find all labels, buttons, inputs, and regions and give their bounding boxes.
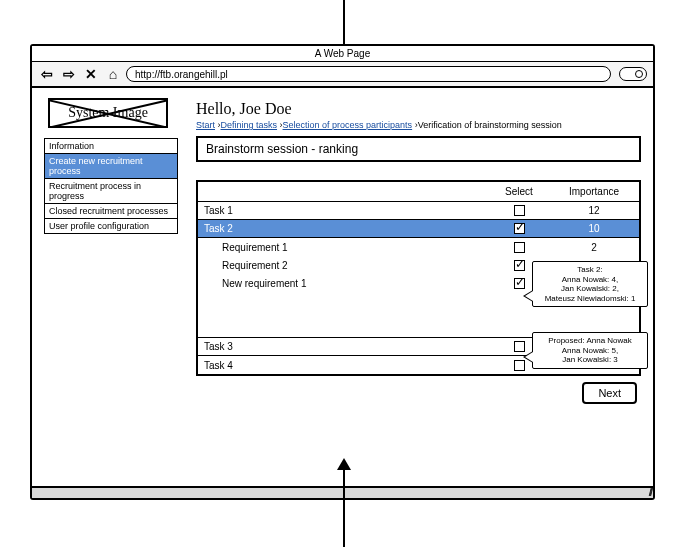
sidebar-item-create-process[interactable]: Create new recruitment process — [45, 154, 177, 179]
checkbox[interactable] — [514, 278, 525, 289]
logo-text: System Image — [68, 105, 148, 121]
resize-grip-icon[interactable]: /// — [649, 489, 651, 497]
sidebar-item-information[interactable]: Information — [45, 139, 177, 154]
tooltip-requirement-proposed: Proposed: Anna Nowak Anna Nowak: 5, Jan … — [532, 332, 648, 369]
grid-row-req1[interactable]: Requirement 1 2 — [198, 238, 639, 256]
forward-button[interactable]: ⇨ — [60, 66, 78, 82]
guide-line-bottom — [343, 490, 345, 547]
guide-line-top — [343, 0, 345, 46]
col-header-select: Select — [489, 186, 549, 197]
url-bar[interactable]: http://ftb.orangehill.pl — [126, 66, 611, 82]
breadcrumb-start[interactable]: Start — [196, 120, 215, 130]
sidebar-item-closed[interactable]: Closed recruitment processes — [45, 204, 177, 219]
breadcrumb-current: Verification of brainstorming session — [418, 120, 562, 130]
breadcrumb: StartDefining tasksSelection of process … — [196, 120, 641, 130]
panel-title: Brainstorm session - ranking — [196, 136, 641, 162]
sidebar-menu: Information Create new recruitment proce… — [44, 138, 178, 234]
back-button[interactable]: ⇦ — [38, 66, 56, 82]
window-title: A Web Page — [32, 46, 653, 62]
browser-window: A Web Page ⇦ ⇨ ✕ ⌂ http://ftb.orangehill… — [30, 44, 655, 500]
url-text: http://ftb.orangehill.pl — [135, 69, 228, 80]
sidebar-item-user-profile[interactable]: User profile configuration — [45, 219, 177, 233]
system-logo: System Image — [48, 98, 168, 128]
checkbox[interactable] — [514, 223, 525, 234]
guide-arrow-stem — [343, 468, 345, 492]
sidebar-item-in-progress[interactable]: Recruitment process in progress — [45, 179, 177, 204]
breadcrumb-defining[interactable]: Defining tasks — [221, 120, 278, 130]
search-button[interactable] — [619, 67, 647, 81]
checkbox[interactable] — [514, 260, 525, 271]
next-button[interactable]: Next — [582, 382, 637, 404]
checkbox[interactable] — [514, 242, 525, 253]
stop-button[interactable]: ✕ — [82, 66, 100, 82]
checkbox[interactable] — [514, 205, 525, 216]
page-greeting: Hello, Joe Doe — [196, 100, 641, 118]
home-button[interactable]: ⌂ — [104, 66, 122, 82]
col-header-importance: Importance — [549, 186, 639, 197]
tooltip-task2-votes: Task 2: Anna Nowak: 4, Jan Kowalski: 2, … — [532, 261, 648, 307]
breadcrumb-participants[interactable]: Selection of process participants — [283, 120, 413, 130]
grid-row-task2[interactable]: Task 2 10 — [198, 220, 639, 238]
grid-row-task1[interactable]: Task 1 12 — [198, 202, 639, 220]
browser-toolbar: ⇦ ⇨ ✕ ⌂ http://ftb.orangehill.pl — [32, 62, 653, 88]
